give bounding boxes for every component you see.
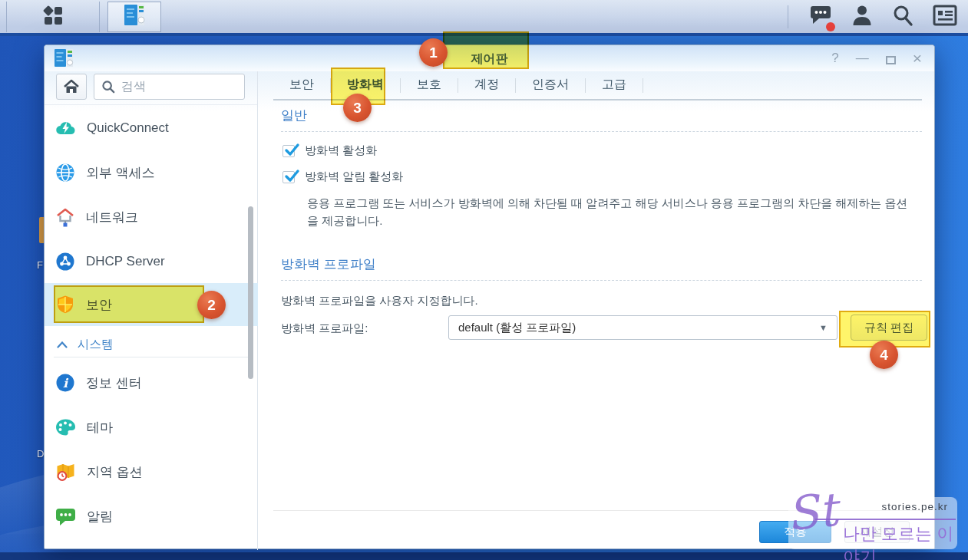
section-divider	[281, 280, 922, 281]
watermark-underline	[815, 519, 956, 520]
person-icon	[851, 4, 873, 27]
home-icon	[63, 79, 80, 94]
search-button[interactable]	[891, 4, 914, 30]
search-icon	[101, 80, 115, 94]
sidebar-section-system[interactable]: 시스템	[45, 335, 258, 354]
quickconnect-cloud-icon	[55, 119, 76, 137]
sidebar-item-external-access[interactable]: 외부 액세스	[45, 153, 258, 192]
sidebar-item-label: 네트워크	[86, 209, 138, 226]
sidebar-item-label: 외부 액세스	[86, 164, 155, 182]
checkbox-label: 방화벽 알림 활성화	[305, 170, 403, 184]
theme-palette-icon	[55, 418, 76, 436]
search-input[interactable]: 검색	[94, 74, 245, 100]
dropdown-arrow-icon: ▼	[819, 323, 828, 332]
widgets-panel-icon	[933, 5, 957, 26]
app-menu-icon	[41, 4, 64, 30]
checkmark-icon	[283, 168, 300, 185]
info-icon: i	[55, 373, 75, 393]
globe-icon	[55, 163, 75, 183]
watermark: St stories.pe.kr 나만 모르는 이야기	[788, 497, 957, 549]
taskbar-control-panel-button[interactable]	[107, 2, 161, 32]
step-badge-3: 3	[343, 94, 372, 122]
tab-protection[interactable]: 보호	[401, 71, 458, 99]
main-panel: 보안 방화벽 보호 계정 인증서 고급 일반	[258, 71, 934, 548]
firewall-description: 응용 프로그램 또는 서비스가 방화벽에 의해 차단될 때 알려주고 해당 서비…	[307, 194, 917, 229]
sidebar-item-quickconnect[interactable]: QuickConnect	[45, 109, 258, 147]
notification-bubble-icon	[55, 507, 76, 526]
checkmark-icon	[283, 142, 300, 159]
notification-badge-dot	[826, 22, 835, 31]
profile-dropdown-label: 방화벽 프로파일:	[281, 321, 368, 336]
divider	[45, 104, 257, 105]
tab-advanced[interactable]: 고급	[586, 71, 643, 99]
tab-bar: 보안 방화벽 보호 계정 인증서 고급	[273, 71, 643, 99]
user-account-button[interactable]	[851, 4, 873, 30]
taskbar-separator	[788, 5, 788, 28]
sidebar-item-label: 정보 센터	[86, 374, 142, 392]
desktop-icon-label: F	[37, 259, 43, 271]
sidebar-item-label: DHCP Server	[86, 254, 165, 269]
watermark-logo: St	[785, 483, 840, 541]
sidebar-item-theme[interactable]: 테마	[45, 408, 258, 446]
minimize-button[interactable]: —	[856, 50, 869, 67]
checkbox-label: 방화벽 활성화	[305, 143, 377, 158]
regional-map-icon	[55, 462, 76, 483]
tab-separator	[643, 78, 643, 93]
highlight-control-panel-title	[443, 31, 529, 69]
network-house-icon	[55, 207, 75, 227]
step-badge-4: 4	[870, 341, 898, 369]
section-divider	[281, 131, 922, 132]
tab-security[interactable]: 보안	[273, 71, 330, 99]
sidebar-item-label: 알림	[87, 508, 113, 525]
checkbox-row-enable-firewall-notification[interactable]: 방화벽 알림 활성화	[282, 170, 403, 184]
tab-certificate[interactable]: 인증서	[516, 71, 585, 99]
sidebar-item-label: 지역 옵션	[87, 463, 143, 481]
section-heading-firewall-profile: 방화벽 프로파일	[281, 255, 376, 273]
sidebar-scrollbar[interactable]	[248, 206, 253, 379]
watermark-site: stories.pe.kr	[850, 501, 948, 512]
search-placeholder: 검색	[121, 79, 146, 95]
notifications-button[interactable]	[808, 3, 833, 31]
home-button[interactable]	[56, 74, 87, 100]
main-menu-button[interactable]	[6, 2, 100, 32]
checkbox-checked[interactable]	[282, 145, 295, 157]
desktop-icon-label: D	[37, 448, 44, 460]
chevron-up-icon	[57, 341, 68, 348]
section-heading-general: 일반	[281, 107, 307, 124]
profile-description: 방화벽 프로파일을 사용자 지정합니다.	[281, 294, 478, 308]
background-bottom-band	[0, 552, 968, 560]
step-badge-1: 1	[419, 38, 448, 67]
dropdown-value: default (활성 프로파일)	[458, 321, 576, 335]
taskbar	[0, 0, 968, 36]
sidebar-item-dhcp-server[interactable]: DHCP Server	[45, 242, 258, 281]
sidebar-item-label: QuickConnect	[87, 120, 169, 136]
firewall-profile-dropdown[interactable]: default (활성 프로파일) ▼	[448, 315, 838, 340]
watermark-tagline: 나만 모르는 이야기	[843, 522, 957, 560]
step-badge-2: 2	[197, 291, 226, 319]
sidebar-section-label: 시스템	[78, 337, 114, 353]
help-button[interactable]: ?	[831, 50, 838, 67]
tab-account[interactable]: 계정	[458, 71, 515, 99]
dhcp-icon	[55, 252, 75, 272]
sidebar-item-notification[interactable]: 알림	[45, 497, 258, 535]
sidebar-item-regional-options[interactable]: 지역 옵션	[45, 453, 258, 491]
sidebar-item-network[interactable]: 네트워크	[45, 198, 258, 236]
widgets-button[interactable]	[933, 5, 957, 29]
checkbox-checked[interactable]	[282, 171, 295, 183]
control-panel-thumbnail-icon	[124, 3, 145, 31]
maximize-button[interactable]	[886, 56, 896, 64]
divider	[54, 357, 248, 357]
close-button[interactable]: ×	[913, 50, 922, 67]
sidebar-item-info-center[interactable]: i 정보 센터	[45, 364, 258, 402]
highlight-security-item	[54, 285, 204, 323]
search-icon	[891, 4, 914, 27]
checkbox-row-enable-firewall[interactable]: 방화벽 활성화	[282, 143, 377, 158]
sidebar-item-label: 테마	[87, 419, 113, 436]
